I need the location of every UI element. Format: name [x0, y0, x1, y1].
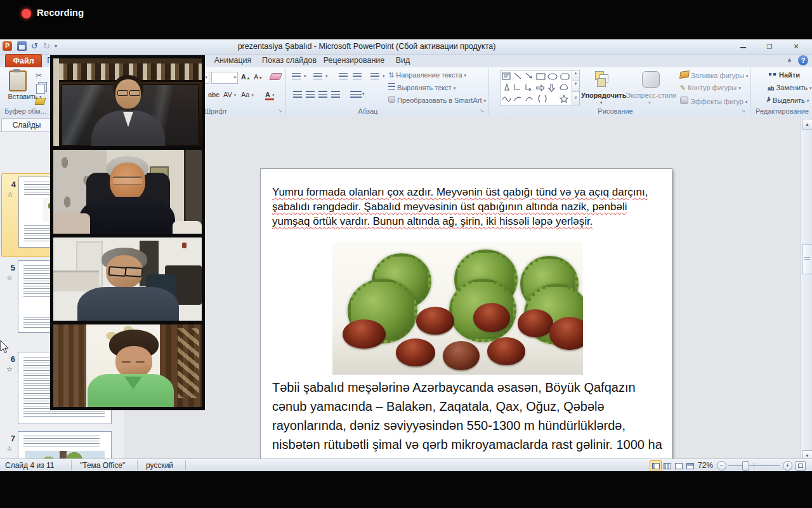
slide-number: 6 [5, 354, 15, 364]
window-title: prezentasiya Şabalıd - Microsoft PowerPo… [0, 42, 733, 51]
line-spacing-icon[interactable] [370, 73, 379, 80]
video-participant-1[interactable] [53, 58, 202, 146]
select-button[interactable]: Выделить [768, 97, 809, 104]
animation-star-icon[interactable]: ☆ [6, 365, 15, 373]
smartart-button[interactable]: Преобразовать в SmartArt [388, 96, 486, 104]
align-text-button[interactable]: Выровнять текст [388, 83, 455, 91]
participant-4-face [115, 346, 152, 378]
stair-rail [178, 328, 199, 398]
participant-2-body [79, 197, 175, 234]
zoom-out-icon[interactable]: − [717, 461, 726, 471]
increase-indent-icon[interactable] [353, 73, 362, 80]
font-color-button[interactable]: А [265, 91, 274, 100]
decrease-indent-icon[interactable] [339, 73, 348, 80]
editor-area: Yumru formada olanları çox azdır. Meyvən… [124, 117, 801, 495]
animation-star-icon[interactable]: ☆ [6, 274, 15, 282]
character-spacing-button[interactable]: AV [223, 91, 236, 98]
scrollbar-thumb[interactable] [802, 244, 812, 274]
minimize-button[interactable] [735, 42, 751, 51]
reading-view-button[interactable] [672, 460, 684, 471]
align-center-icon[interactable] [306, 91, 315, 98]
cut-icon[interactable]: ✂ [36, 71, 42, 80]
replace-button[interactable]: a̲b̲ Заменить [768, 84, 812, 91]
bullets-icon[interactable] [292, 73, 301, 80]
shape-effects-button[interactable]: Эффекты фигур [680, 97, 747, 105]
line-spacing-dropdown[interactable] [381, 72, 385, 79]
numbering-icon[interactable] [313, 73, 322, 80]
zoom-slider-thumb[interactable] [742, 461, 749, 471]
slide-canvas[interactable]: Yumru formada olanları çox azdır. Meyvən… [260, 168, 672, 478]
shape-fill-button[interactable]: Заливка фигуры [680, 71, 749, 79]
drawing-dialog-launcher-icon[interactable]: ↘ [741, 108, 747, 114]
arrange-icon[interactable] [595, 71, 609, 85]
text-direction-button[interactable]: ⇅ Направление текста [388, 71, 466, 79]
tab-view[interactable]: Вид [390, 54, 416, 67]
slide-number: 5 [5, 263, 15, 272]
shrink-font-button[interactable]: А▼ [254, 73, 263, 81]
justify-icon[interactable] [331, 91, 340, 98]
numbering-dropdown[interactable] [324, 72, 328, 79]
slides-tab[interactable]: Слайды [1, 118, 52, 132]
shapes-more-icon[interactable]: ⊽ [572, 91, 580, 105]
strikethrough-button[interactable]: abc [208, 91, 219, 98]
zoom-slider-track[interactable] [728, 465, 780, 466]
change-case-button[interactable]: Aa [241, 91, 254, 98]
tab-review[interactable]: Рецензирование [321, 54, 387, 67]
slideshow-view-button[interactable] [684, 460, 696, 471]
slide-counter: Слайд 4 из 11 [5, 461, 54, 470]
zoom-in-icon[interactable]: + [783, 461, 792, 471]
recording-bar: Recording [0, 0, 812, 39]
quick-styles-button[interactable]: Экспресс-стили [625, 91, 676, 99]
slide-number: 7 [5, 434, 15, 443]
zoom-percentage[interactable]: 72% [698, 461, 713, 470]
vertical-scrollbar[interactable]: ▲ ▼ ▲▲ ▼▼ [801, 117, 812, 495]
font-dialog-launcher-icon[interactable]: ↘ [278, 108, 284, 114]
help-icon[interactable]: ? [798, 55, 808, 65]
tab-file[interactable]: Файл [5, 54, 42, 68]
restore-button[interactable] [761, 42, 778, 51]
font-size-combo[interactable] [211, 72, 238, 84]
tab-slideshow[interactable]: Показ слайдов [259, 54, 320, 67]
clipboard-group-label: Буфер обм... [0, 107, 51, 116]
tab-animation[interactable]: Анимация [209, 54, 256, 67]
grow-font-button[interactable]: А▲ [241, 73, 251, 81]
video-participant-4[interactable] [53, 324, 202, 407]
arrange-button[interactable]: Упорядочить [581, 91, 624, 99]
participant-3-glasses2 [125, 267, 143, 277]
video-participant-2[interactable] [53, 150, 202, 234]
mouse-cursor [0, 340, 10, 354]
pillow [173, 221, 202, 234]
shapes-icons [501, 70, 572, 105]
recording-dot-icon [22, 9, 31, 18]
participant-3-body [77, 287, 179, 321]
slide-text-block-1[interactable]: Yumru formada olanları çox azdır. Meyvən… [272, 185, 662, 229]
video-participant-3[interactable] [53, 237, 202, 321]
participant-3-glasses [108, 266, 127, 277]
normal-view-button[interactable] [650, 460, 662, 471]
collapse-ribbon-icon[interactable]: ▲ [787, 57, 792, 63]
align-left-icon[interactable] [293, 91, 302, 98]
align-right-icon[interactable] [318, 91, 327, 98]
animation-star-icon[interactable]: ☆ [6, 444, 15, 453]
scroll-up-icon[interactable]: ▲ [802, 119, 812, 130]
clear-formatting-icon[interactable] [269, 73, 282, 80]
slide-sorter-button[interactable] [661, 460, 673, 471]
columns-dropdown[interactable] [360, 90, 365, 97]
close-button[interactable] [788, 42, 804, 51]
animation-star-icon[interactable]: ☆ [7, 190, 16, 199]
participant-1-glasses2 [129, 90, 140, 96]
chestnut-image[interactable] [332, 242, 583, 375]
fit-to-window-icon[interactable] [796, 461, 806, 471]
shapes-gallery[interactable] [500, 70, 572, 105]
find-button[interactable]: Найти [768, 71, 800, 79]
paragraph-group-label: Абзац [330, 107, 406, 116]
paragraph-dialog-launcher-icon[interactable]: ↘ [480, 108, 486, 114]
title-bar: P ↺ ↻ ▾ prezentasiya Şabalıd - Microsoft… [0, 39, 812, 55]
bullets-dropdown[interactable] [302, 72, 306, 79]
quick-styles-icon[interactable] [642, 71, 660, 88]
participant-4-eye [122, 361, 131, 363]
shape-outline-button[interactable]: ✎ Контур фигуры [680, 84, 741, 92]
copy-icon[interactable] [36, 84, 45, 94]
format-painter-icon[interactable] [35, 98, 46, 105]
language-indicator[interactable]: русский [146, 461, 173, 470]
